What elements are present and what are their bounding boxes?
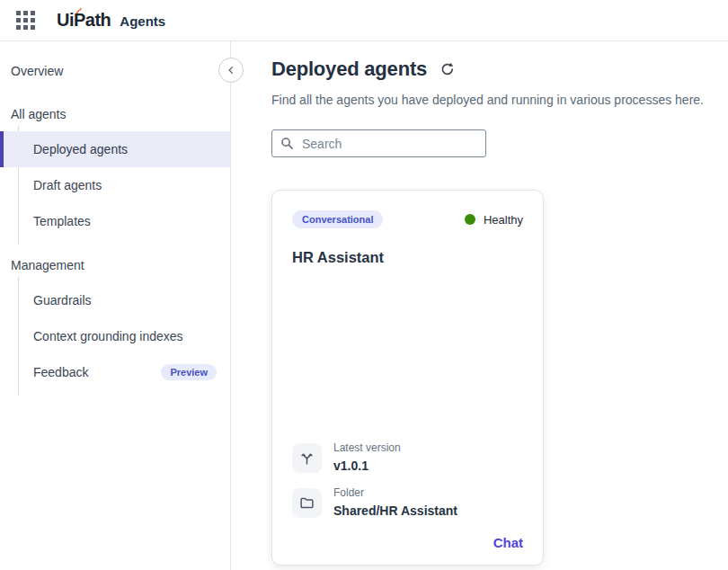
card-header: Conversational Healthy xyxy=(292,210,523,228)
sidebar-item-feedback[interactable]: Feedback Preview xyxy=(0,354,230,390)
chevron-left-icon xyxy=(226,65,236,76)
folder-value: Shared/HR Assistant xyxy=(333,503,457,518)
healthy-dot-icon xyxy=(465,214,475,225)
title-row: Deployed agents xyxy=(271,58,728,81)
sidebar-item-label: Feedback xyxy=(33,365,88,379)
latest-version-label: Latest version xyxy=(333,441,401,454)
sidebar-item-label: Guardrails xyxy=(33,293,92,307)
version-icon-box xyxy=(292,443,322,473)
latest-version-info: Latest version v1.0.1 xyxy=(333,441,401,473)
refresh-icon[interactable] xyxy=(439,61,456,77)
sidebar-group-all-agents: Deployed agents Draft agents Templates xyxy=(0,131,230,239)
product-name: Agents xyxy=(120,13,165,29)
latest-version-value: v1.0.1 xyxy=(333,459,401,473)
sidebar-item-templates[interactable]: Templates xyxy=(0,203,230,239)
sidebar-section-all-agents: All agents xyxy=(0,97,230,131)
sidebar: Overview All agents Deployed agents Draf… xyxy=(0,41,231,570)
sidebar-section-management: Management xyxy=(0,248,230,282)
folder-icon xyxy=(299,495,315,511)
folder-info: Folder Shared/HR Assistant xyxy=(333,486,457,518)
agent-name: HR Assistant xyxy=(292,249,523,266)
uipath-logo-text: UiPath xyxy=(57,10,111,31)
sidebar-item-guardrails[interactable]: Guardrails xyxy=(0,282,230,318)
sidebar-group-management: Guardrails Context grounding indexes Fee… xyxy=(0,282,230,390)
search-icon xyxy=(280,137,294,150)
card-spacer xyxy=(292,266,523,441)
agent-card[interactable]: Conversational Healthy HR Assistant xyxy=(271,190,544,566)
sidebar-item-overview[interactable]: Overview xyxy=(0,54,230,88)
preview-badge: Preview xyxy=(161,364,217,380)
agent-type-badge: Conversational xyxy=(292,210,383,228)
page-title: Deployed agents xyxy=(271,58,427,81)
status-text: Healthy xyxy=(484,213,523,227)
folder-label: Folder xyxy=(333,486,457,499)
sidebar-item-label: Draft agents xyxy=(33,178,102,192)
version-branch-icon xyxy=(299,450,315,466)
sidebar-collapse-button[interactable] xyxy=(218,58,244,83)
latest-version-row: Latest version v1.0.1 xyxy=(292,441,523,473)
app-launcher-icon[interactable] xyxy=(16,11,35,30)
folder-icon-box xyxy=(292,488,322,518)
sidebar-item-draft-agents[interactable]: Draft agents xyxy=(0,167,230,203)
status-badge: Healthy xyxy=(465,213,523,227)
card-footer: Chat xyxy=(292,531,523,550)
uipath-logo[interactable]: UiPath Agents xyxy=(57,10,165,31)
sidebar-item-context-grounding-indexes[interactable]: Context grounding indexes xyxy=(0,318,230,354)
chat-button[interactable]: Chat xyxy=(493,535,523,550)
main-content: Deployed agents Find all the agents you … xyxy=(232,41,728,570)
sidebar-item-deployed-agents[interactable]: Deployed agents xyxy=(0,131,230,167)
search-box[interactable] xyxy=(271,129,486,157)
page-subtitle: Find all the agents you have deployed an… xyxy=(271,93,728,107)
sidebar-item-label: Templates xyxy=(33,214,91,228)
top-app-bar: UiPath Agents xyxy=(0,0,728,41)
sidebar-item-label: Context grounding indexes xyxy=(33,329,183,343)
search-input[interactable] xyxy=(302,137,477,151)
folder-row: Folder Shared/HR Assistant xyxy=(292,486,523,518)
sidebar-item-label: Deployed agents xyxy=(33,142,128,156)
